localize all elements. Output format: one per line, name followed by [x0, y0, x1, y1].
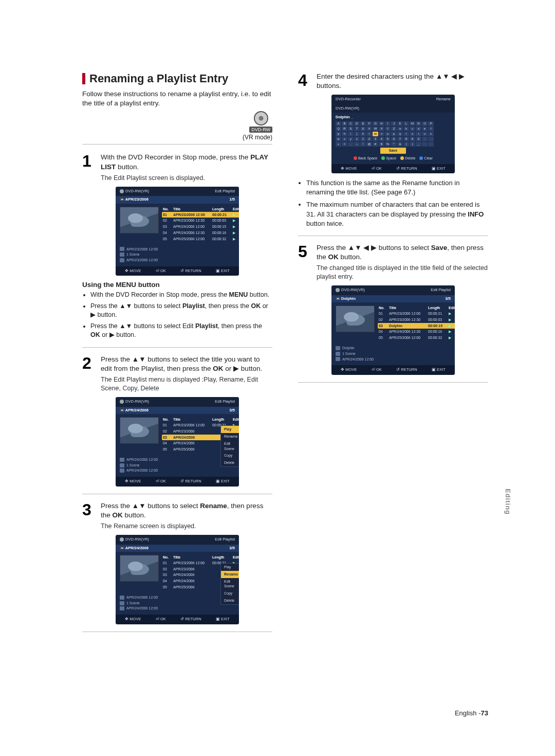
- keyboard-key[interactable]: =: [342, 142, 347, 147]
- list-item[interactable]: 02APR/23/2006 12:3000:00:03▶: [379, 317, 455, 323]
- menu-item[interactable]: Rename: [221, 571, 239, 578]
- keyboard-key[interactable]: J: [391, 121, 397, 126]
- list-item[interactable]: 03APR/24/2006 12:0000:00:15▶: [163, 224, 239, 230]
- keyboard-key[interactable]: 0: [416, 137, 421, 141]
- keyboard-key[interactable]: N: [416, 121, 421, 126]
- keyboard-key[interactable]: F: [366, 121, 372, 126]
- keyboard-key[interactable]: E: [360, 121, 366, 126]
- list-item[interactable]: 02APR/23/2006 12:3000:00:03▶: [163, 218, 239, 224]
- keyboard-key[interactable]: $: [379, 142, 384, 147]
- keyboard-key[interactable]: a: [397, 127, 403, 131]
- keyboard-key[interactable]: +: [336, 142, 341, 147]
- menu-item[interactable]: Copy: [221, 452, 239, 459]
- keyboard-key[interactable]: -: [422, 137, 428, 141]
- keyboard-key[interactable]: R: [342, 127, 347, 131]
- keyboard-key[interactable]: e: [422, 127, 428, 131]
- keyboard-key[interactable]: h: [342, 132, 347, 136]
- list-item[interactable]: 05APR/25/2006 12:0000:00:32▶: [379, 335, 455, 341]
- menu-item[interactable]: Edit Scene: [221, 578, 239, 590]
- list-item[interactable]: 05APR/25/2006 12:0000:00:32▶: [163, 236, 239, 242]
- delete-action[interactable]: Delete: [400, 156, 415, 161]
- keyboard-key[interactable]: s: [410, 132, 415, 136]
- keyboard-key[interactable]: !: [360, 142, 366, 147]
- keyboard-key[interactable]: ^: [391, 142, 397, 147]
- keyboard-key[interactable]: (: [403, 142, 409, 147]
- keyboard-key[interactable]: %: [385, 142, 391, 147]
- keyboard-key[interactable]: V: [366, 127, 372, 131]
- menu-item[interactable]: Play: [221, 426, 239, 433]
- menu-item[interactable]: Delete: [221, 597, 239, 604]
- keyboard-key[interactable]: m: [373, 132, 378, 136]
- list-item[interactable]: 04APR/24/2006 12:3000:00:16▶: [163, 230, 239, 236]
- menu-item[interactable]: Play: [221, 564, 239, 571]
- context-menu[interactable]: PlayRenameEdit SceneCopyDelete: [220, 563, 239, 605]
- keyboard-key[interactable]: B: [342, 121, 347, 126]
- backspace-action[interactable]: Back Space: [354, 156, 377, 161]
- keyboard-key[interactable]: c: [410, 127, 415, 131]
- list-item[interactable]: 01APR/23/2006 12:0000:00:21▶: [379, 311, 455, 317]
- clear-action[interactable]: Clear: [419, 156, 433, 161]
- menu-item[interactable]: Rename: [221, 433, 239, 440]
- keyboard-key[interactable]: S: [348, 127, 354, 131]
- keyboard-key[interactable]: n: [379, 132, 384, 136]
- keyboard-key[interactable]: 2: [366, 137, 372, 141]
- keyboard-key[interactable]: Q: [336, 127, 341, 131]
- keyboard-key[interactable]: H: [379, 121, 384, 126]
- keyboard-key[interactable]: W: [373, 127, 378, 131]
- keyboard-key[interactable]: u: [422, 132, 428, 136]
- keyboard-key[interactable]: w: [336, 137, 341, 141]
- onscreen-keyboard[interactable]: ABCDEFGHIJKLMNOPQRSTUVWXYZabcdefghijklmn…: [336, 121, 451, 147]
- menu-item[interactable]: Copy: [221, 590, 239, 597]
- keyboard-key[interactable]: [422, 142, 428, 147]
- keyboard-key[interactable]: v: [428, 132, 434, 136]
- keyboard-key[interactable]: l: [366, 132, 372, 136]
- keyboard-key[interactable]: P: [428, 121, 434, 126]
- keyboard-key[interactable]: 4: [379, 137, 384, 141]
- keyboard-key[interactable]: z: [354, 137, 360, 141]
- keyboard-key[interactable]: #: [373, 142, 378, 147]
- keyboard-key[interactable]: t: [416, 132, 421, 136]
- keyboard-key[interactable]: [428, 142, 434, 147]
- keyboard-key[interactable]: p: [391, 132, 397, 136]
- keyboard-key[interactable]: L: [403, 121, 409, 126]
- list-item[interactable]: 01APR/23/2006 12:0000:00:21▶: [162, 212, 239, 218]
- menu-item[interactable]: Edit Scene: [221, 440, 239, 453]
- keyboard-key[interactable]: @: [366, 142, 372, 147]
- menu-item[interactable]: Delete: [221, 459, 239, 466]
- keyboard-key[interactable]: [428, 137, 434, 141]
- keyboard-key[interactable]: A: [336, 121, 341, 126]
- keyboard-key[interactable]: C: [348, 121, 354, 126]
- keyboard-key[interactable]: f: [428, 127, 434, 131]
- space-action[interactable]: Space: [381, 156, 396, 161]
- keyboard-key[interactable]: Y: [385, 127, 391, 131]
- keyboard-key[interactable]: U: [360, 127, 366, 131]
- keyboard-key[interactable]: O: [422, 121, 428, 126]
- keyboard-key[interactable]: d: [416, 127, 421, 131]
- keyboard-key[interactable]: X: [379, 127, 384, 131]
- keyboard-key[interactable]: ): [410, 142, 415, 147]
- keyboard-key[interactable]: &: [397, 142, 403, 147]
- keyboard-key[interactable]: ~: [354, 142, 360, 147]
- keyboard-key[interactable]: r: [403, 132, 409, 136]
- keyboard-key[interactable]: M: [410, 121, 415, 126]
- save-button[interactable]: Save: [380, 148, 406, 154]
- keyboard-key[interactable]: x: [342, 137, 347, 141]
- keyboard-key[interactable]: o: [385, 132, 391, 136]
- keyboard-key[interactable]: I: [385, 121, 391, 126]
- keyboard-key[interactable]: D: [354, 121, 360, 126]
- context-menu[interactable]: PlayRenameEdit SceneCopyDelete: [220, 425, 239, 467]
- keyboard-key[interactable]: 5: [385, 137, 391, 141]
- keyboard-key[interactable]: G: [373, 121, 378, 126]
- keyboard-key[interactable]: K: [397, 121, 403, 126]
- list-item[interactable]: 03Dolphin00:00:15▶: [378, 323, 455, 329]
- list-item[interactable]: 04APR/24/2006 12:3000:00:16▶: [379, 329, 455, 335]
- keyboard-key[interactable]: i: [348, 132, 354, 136]
- keyboard-key[interactable]: y: [348, 137, 354, 141]
- keyboard-key[interactable]: 3: [373, 137, 378, 141]
- keyboard-key[interactable]: 8: [403, 137, 409, 141]
- keyboard-key[interactable]: b: [403, 127, 409, 131]
- keyboard-key[interactable]: 7: [397, 137, 403, 141]
- keyboard-key[interactable]: j: [354, 132, 360, 136]
- keyboard-key[interactable]: 1: [360, 137, 366, 141]
- keyboard-key[interactable]: 6: [391, 137, 397, 141]
